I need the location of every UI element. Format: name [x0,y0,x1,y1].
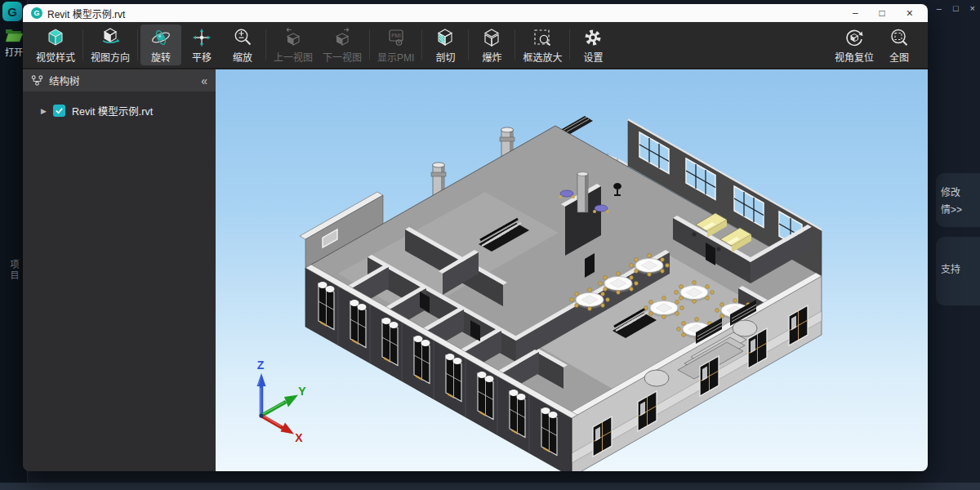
minimize-button[interactable]: – [853,8,858,18]
collapse-panel-button[interactable]: « [201,74,207,87]
toolbar-label: 爆炸 [482,50,501,64]
pan-arrows-icon [191,27,212,48]
cube-shaded-icon [45,27,66,48]
cube-arrow-left-icon [283,27,304,48]
toolbar-label: 上一视图 [274,50,313,64]
app-logo: G [2,2,22,21]
toolbar-separator [421,29,422,60]
model-3d-building: Z Y X [216,69,928,471]
fit-all-icon [889,27,910,48]
view-reset-icon [844,27,865,48]
toolbar-separator [468,29,469,60]
toolbar-label: 缩放 [233,50,252,64]
toolbar-label: 设置 [583,50,603,64]
toolbar-label: 平移 [192,50,212,64]
viewer-toolbar: 视觉样式 视图方向 旋转 [23,22,928,69]
toolbar-label: 视角复位 [835,50,874,64]
toolbar-separator [514,29,515,60]
background-bottom-strip [0,483,980,490]
gear-icon [582,27,604,48]
section-cube-icon [434,27,456,48]
axis-label-z: Z [257,359,265,372]
toolbar-button-zoom[interactable]: 缩放 [222,24,263,65]
maximize-button[interactable]: □ [880,8,885,18]
close-button[interactable]: × [906,7,913,19]
plinth-bump [644,370,669,386]
promo-card-link: 情>> [941,202,980,219]
toolbar-button-previous-view[interactable]: 上一视图 [269,24,318,65]
bg-maximize-button[interactable]: □ [953,3,959,13]
bg-minimize-button[interactable]: – [937,3,942,13]
tree-row-model[interactable]: ▶ Revit 模型示例.rvt [41,103,216,118]
promo-card-support[interactable]: 支持 [936,237,980,305]
toolbar-label: 框选放大 [523,50,562,64]
axis-label-y: Y [298,385,306,398]
toolbar-label: 显示PMI [377,50,414,64]
toolbar-separator [369,29,370,60]
toolbar-button-visual-style[interactable]: 视觉样式 [31,24,80,65]
structure-tree-title: 结构树 [49,73,80,88]
explode-cube-icon [481,27,502,48]
toolbar-button-box-zoom[interactable]: 框选放大 [518,24,567,65]
toolbar-label: 全图 [889,50,909,64]
structure-tree-header: 结构树 « [23,69,216,91]
toolbar-button-explode[interactable]: 爆炸 [471,24,512,65]
sidebar-tab-project[interactable]: 项目 [7,260,20,281]
tree-icon [31,74,43,87]
axis-triad: Z Y X [257,359,307,444]
promo-card-modify[interactable]: 修改 情>> [936,173,980,227]
axis-label-x: X [295,431,303,444]
promo-card-line: 修改 [941,185,980,202]
cube-orbit-arc-icon [100,27,121,48]
roof-railing [216,69,593,146]
toolbar-label: 下一视图 [323,50,362,64]
model-viewer-window: G Revit 模型示例.rvt – □ × 视觉样式 [23,4,928,471]
toolbar-button-pan[interactable]: 平移 [181,24,222,65]
toolbar-button-view-reset[interactable]: 视角复位 [830,24,879,65]
svg-text:PMI: PMI [391,33,401,38]
toolbar-button-settings[interactable]: 设置 [572,24,613,65]
toolbar-button-fit-all[interactable]: 全图 [879,24,920,65]
toolbar-separator [137,29,138,60]
box-zoom-icon [532,27,553,48]
cube-arrow-right-icon [332,27,353,48]
toolbar-button-next-view[interactable]: 下一视图 [318,24,367,65]
toolbar-button-rotate[interactable]: 旋转 [140,24,181,65]
toolbar-separator [265,29,266,60]
toolbar-label: 视图方向 [91,50,130,64]
viewer-titlebar: G Revit 模型示例.rvt – □ × [23,4,928,22]
bg-close-button[interactable]: × [970,3,975,13]
check-icon [55,106,64,115]
viewer-logo-icon: G [31,7,42,19]
toolbar-separator [569,29,570,60]
tree-checkbox[interactable] [53,105,65,117]
structure-tree-panel: 结构树 « ▶ Revit 模型示例.rvt [23,69,216,471]
window-title: Revit 模型示例.rvt [47,7,125,20]
expand-arrow-icon[interactable]: ▶ [41,107,47,115]
toolbar-label: 剖切 [435,50,455,64]
toolbar-button-section[interactable]: 剖切 [425,24,466,65]
toolbar-button-show-pmi[interactable]: PMI 显示PMI [372,24,419,65]
orbit-sphere-icon [150,27,172,48]
toolbar-label: 视觉样式 [36,50,75,64]
zoom-magnifier-icon [232,27,253,48]
background-window-controls: – □ × [937,3,975,13]
pmi-badge-icon: PMI [385,27,407,48]
toolbar-label: 旋转 [151,50,171,64]
open-button-label: 打开 [5,45,23,58]
toolbar-button-view-direction[interactable]: 视图方向 [86,24,135,65]
model-viewport[interactable]: Z Y X [216,69,928,471]
open-folder-icon [4,27,24,43]
toolbar-separator [82,29,83,60]
promo-card-line: 支持 [941,261,980,278]
tree-item-label[interactable]: Revit 模型示例.rvt [72,103,153,118]
